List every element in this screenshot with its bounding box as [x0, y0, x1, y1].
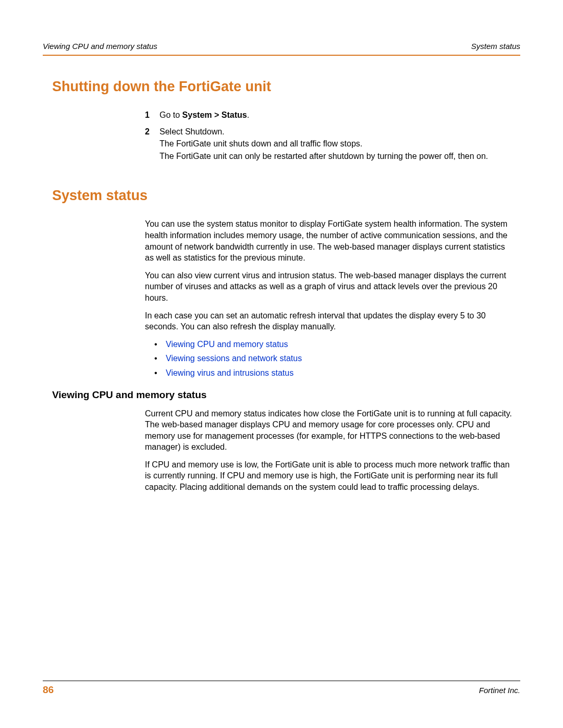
step-2: 2 Select Shutdown. The FortiGate unit sh… [145, 126, 515, 163]
section-system-status: System status You can use the system sta… [43, 188, 520, 492]
bullet-icon: • [154, 353, 166, 364]
header-right: System status [471, 42, 520, 51]
list-item: • Viewing sessions and network status [154, 353, 515, 364]
link-virus-intrusions-status[interactable]: Viewing virus and intrusions status [166, 367, 293, 379]
step-1: 1 Go to System > Status. [145, 109, 515, 121]
step-number: 1 [145, 109, 160, 121]
step-body: Select Shutdown. The FortiGate unit shut… [160, 126, 515, 163]
page-number: 86 [43, 684, 54, 696]
subsection-title-cpu-memory: Viewing CPU and memory status [52, 389, 520, 401]
paragraph: You can use the system status monitor to… [145, 218, 515, 263]
section-title-system-status: System status [52, 188, 520, 204]
footer-row: 86 Fortinet Inc. [43, 684, 520, 696]
footer-divider [43, 681, 520, 681]
step-text-suffix: . [247, 110, 249, 119]
bullet-icon: • [154, 339, 166, 350]
link-sessions-network-status[interactable]: Viewing sessions and network status [166, 353, 302, 364]
paragraph: Current CPU and memory status indicates … [145, 408, 515, 453]
step-number: 2 [145, 126, 160, 163]
section-shutdown-content: 1 Go to System > Status. 2 Select Shutdo… [145, 109, 515, 163]
bullet-list: • Viewing CPU and memory status • Viewin… [145, 339, 515, 379]
section-system-status-content: You can use the system status monitor to… [145, 218, 515, 378]
step-line: The FortiGate unit can only be restarted… [160, 151, 515, 162]
header-left: Viewing CPU and memory status [43, 42, 157, 51]
step-text-prefix: Go to [160, 110, 182, 119]
paragraph: You can also view current virus and intr… [145, 270, 515, 304]
list-item: • Viewing virus and intrusions status [154, 367, 515, 379]
step-line: Select Shutdown. [160, 126, 515, 138]
step-line: The FortiGate unit shuts down and all tr… [160, 138, 515, 150]
paragraph: If CPU and memory use is low, the FortiG… [145, 459, 515, 493]
list-item: • Viewing CPU and memory status [154, 339, 515, 350]
subsection-cpu-memory-content: Current CPU and memory status indicates … [145, 408, 515, 493]
section-title-shutdown: Shutting down the FortiGate unit [52, 79, 520, 95]
link-cpu-memory-status[interactable]: Viewing CPU and memory status [166, 339, 288, 350]
page-header: Viewing CPU and memory status System sta… [43, 42, 520, 51]
step-body: Go to System > Status. [160, 109, 515, 121]
paragraph: In each case you can set an automatic re… [145, 310, 515, 332]
page-footer: 86 Fortinet Inc. [43, 681, 520, 696]
header-divider [43, 55, 520, 56]
footer-company: Fortinet Inc. [479, 686, 520, 695]
bullet-icon: • [154, 367, 166, 379]
step-text-bold: System > Status [182, 110, 247, 119]
